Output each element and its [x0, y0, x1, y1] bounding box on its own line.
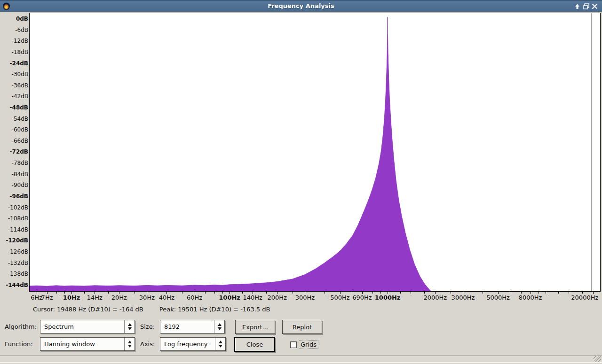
x-axis-tick [511, 292, 511, 294]
grids-checkbox[interactable] [290, 341, 297, 348]
x-axis-tick [539, 292, 539, 294]
replot-button[interactable]: Replot [282, 320, 322, 334]
y-axis-label: -78dB [0, 159, 28, 167]
axis-value: Log frequency [160, 341, 215, 348]
size-label: Size: [140, 320, 155, 333]
x-axis-label: 40Hz [159, 294, 174, 301]
x-axis-tick [582, 292, 583, 294]
y-axis-label: 0dB [0, 15, 28, 23]
y-axis-label: -90dB [0, 181, 28, 189]
x-axis-tick [558, 292, 559, 294]
y-axis-label: -36dB [0, 82, 28, 89]
restore-icon[interactable] [582, 2, 590, 10]
axis-label: Axis: [140, 337, 155, 351]
x-axis-label: 60Hz [187, 294, 202, 301]
frequency-analysis-window: Frequency Analysis 0dB-6dB-12dB-18dB-24d… [0, 0, 602, 364]
x-axis-tick [451, 292, 451, 294]
y-axis-label: -42dB [0, 93, 28, 100]
x-axis-tick [546, 292, 546, 294]
resize-grip-icon[interactable] [594, 356, 601, 362]
x-axis-tick [56, 292, 57, 294]
size-select[interactable]: 8192 [160, 320, 225, 333]
x-axis-tick [242, 292, 243, 294]
size-value: 8192 [160, 323, 214, 330]
close-button[interactable]: Close [234, 337, 275, 352]
window-title: Frequency Analysis [0, 2, 602, 9]
y-axis-label: -138dB [0, 270, 28, 278]
y-axis-label: -60dB [0, 126, 28, 133]
y-axis-label: -114dB [0, 226, 28, 233]
x-axis-tick [84, 292, 85, 294]
axis-select[interactable]: Log frequency [160, 337, 226, 351]
grids-checkbox-label[interactable]: Grids [299, 341, 318, 349]
y-axis-label: -48dB [0, 104, 28, 111]
x-axis-tick [182, 292, 182, 294]
algorithm-value: Spectrum [40, 323, 124, 330]
x-axis-tick [135, 292, 135, 294]
spinner-arrows-icon[interactable] [124, 338, 135, 350]
x-axis-tick [293, 292, 293, 294]
x-axis-tick [569, 292, 569, 294]
close-icon[interactable] [591, 2, 599, 10]
x-axis-label: 8000Hz [519, 294, 542, 301]
y-axis-label: -54dB [0, 115, 28, 123]
spinner-arrows-icon[interactable] [215, 338, 225, 350]
x-axis-label: 500Hz [330, 294, 349, 301]
x-axis-label: 30Hz [139, 294, 155, 301]
status-bar [0, 356, 602, 363]
x-axis-label: 20Hz [111, 294, 127, 301]
y-axis-label: -66dB [0, 137, 28, 145]
x-axis-label: 7Hz [41, 294, 53, 301]
x-axis-tick [108, 292, 109, 294]
y-axis-label: -108dB [0, 215, 28, 222]
spectrum-plot[interactable] [29, 13, 601, 292]
peak-readout: Peak: 19501 Hz (D#10) = -163.5 dB [159, 306, 270, 313]
y-axis-label: -96dB [0, 193, 28, 200]
x-axis-tick [424, 292, 425, 294]
y-axis-label: -18dB [0, 48, 28, 56]
x-axis-label: 20000Hz [571, 294, 598, 301]
x-axis-tick [64, 292, 65, 294]
spinner-arrows-icon[interactable] [214, 320, 224, 333]
x-axis: 6Hz7Hz10Hz14Hz20Hz30Hz40Hz60Hz100Hz140Hz… [0, 292, 602, 303]
x-axis-tick [380, 292, 381, 294]
export-button[interactable]: Export... [235, 320, 275, 334]
y-axis-label: -102dB [0, 204, 28, 211]
x-axis-label: 5000Hz [486, 294, 510, 301]
x-axis-tick [521, 292, 522, 294]
x-axis-tick [353, 292, 353, 294]
x-axis-label: 1000Hz [375, 294, 401, 301]
x-axis-label: 10Hz [63, 294, 80, 301]
function-select[interactable]: Hanning window [40, 337, 135, 351]
x-axis-tick [411, 292, 411, 294]
x-axis-tick [325, 292, 325, 294]
y-axis-label: -84dB [0, 170, 28, 178]
x-axis-tick [266, 292, 267, 294]
y-axis-label: -144dB [0, 281, 28, 289]
y-axis-label: -6dB [0, 26, 28, 34]
x-axis-tick [205, 292, 206, 294]
y-axis-label: -72dB [0, 148, 28, 155]
y-axis-label: -12dB [0, 37, 28, 45]
x-axis-label: 140Hz [243, 294, 262, 301]
titlebar[interactable]: Frequency Analysis [0, 0, 602, 12]
minimize-icon[interactable] [573, 2, 581, 10]
y-axis-label: -24dB [0, 60, 28, 67]
function-value: Hanning window [40, 341, 124, 348]
x-axis-label: 200Hz [268, 294, 287, 301]
spinner-arrows-icon[interactable] [124, 320, 135, 333]
cursor-readout: Cursor: 19488 Hz (D#10) = -164 dB [33, 306, 143, 313]
y-axis: 0dB-6dB-12dB-18dB-24dB-30dB-36dB-42dB-48… [0, 13, 28, 292]
algorithm-select[interactable]: Spectrum [40, 320, 135, 333]
algorithm-label: Algorithm: [5, 320, 37, 333]
spectrum-area [30, 17, 431, 291]
x-axis-label: 6Hz [31, 294, 42, 301]
x-axis-tick [372, 292, 373, 294]
x-axis-label: 690Hz [352, 294, 372, 301]
x-axis-tick [400, 292, 401, 294]
status-line: Cursor: 19488 Hz (D#10) = -164 dBPeak: 1… [33, 306, 286, 313]
x-axis-tick [214, 292, 215, 294]
x-axis-label: 300Hz [295, 294, 315, 301]
y-axis-label: -30dB [0, 70, 28, 78]
y-axis-label: -132dB [0, 259, 28, 267]
